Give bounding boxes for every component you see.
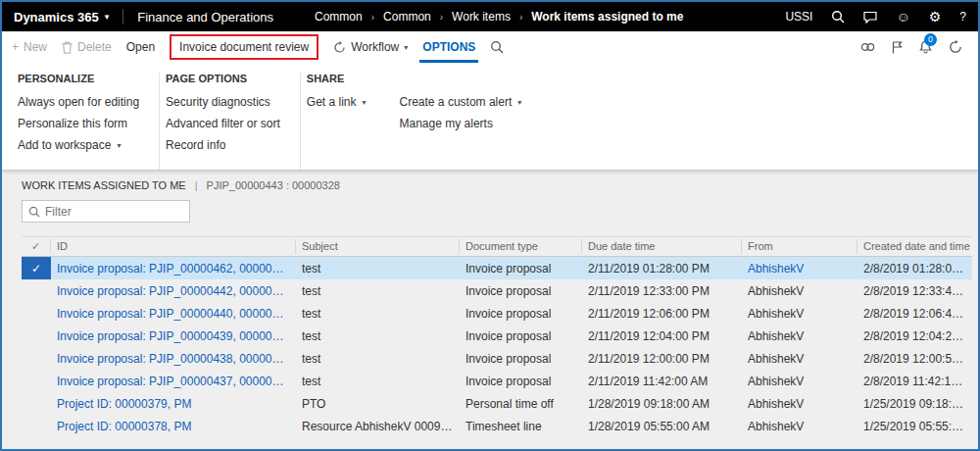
create-custom-alert-button[interactable]: Create a custom alert ▾	[400, 95, 522, 109]
dynamics-365-menu[interactable]: Dynamics 365 ▾	[14, 10, 109, 25]
column-header-id[interactable]: ID	[51, 239, 296, 254]
chevron-down-icon: ▾	[404, 43, 408, 52]
app-window: Dynamics 365 ▾ Finance and Operations Co…	[0, 0, 980, 451]
column-header-due-date[interactable]: Due date time	[582, 239, 742, 254]
row-checkbox[interactable]: ✓	[22, 302, 51, 325]
company-selector[interactable]: USSI	[785, 10, 812, 24]
record-identifier: PJIP_00000443 : 00000328	[207, 179, 340, 191]
row-checkbox[interactable]: ✓	[22, 279, 51, 302]
cell-subject: test	[296, 375, 460, 388]
security-diagnostics-button[interactable]: Security diagnostics	[166, 95, 280, 109]
table-row[interactable]: ✓ Invoice proposal: PJIP_00000440, 00000…	[22, 302, 972, 325]
settings-gear-icon[interactable]: ⚙	[929, 10, 942, 24]
message-icon[interactable]	[863, 11, 877, 24]
breadcrumb-item[interactable]: Common	[383, 10, 431, 24]
row-checkbox[interactable]: ✓	[22, 392, 51, 415]
page-content: WORK ITEMS ASSIGNED TO ME | PJIP_0000044…	[2, 171, 978, 449]
cell-due-date: 2/11/2019 11:42:00 AM	[582, 375, 742, 388]
breadcrumb: Common › Common › Work items › Work item…	[315, 10, 683, 24]
cell-document-type: Invoice proposal	[460, 307, 582, 321]
top-navigation-bar: Dynamics 365 ▾ Finance and Operations Co…	[2, 2, 978, 31]
row-checkbox[interactable]: ✓	[22, 325, 51, 347]
cell-from: AbhishekV	[742, 352, 858, 366]
cell-id-link[interactable]: Invoice proposal: PJIP_00000437, 0000032…	[51, 375, 296, 388]
new-button[interactable]: + New	[12, 40, 47, 54]
section-title: SHARE	[307, 73, 521, 84]
flag-icon[interactable]	[892, 41, 903, 54]
breadcrumb-item-current[interactable]: Work items assigned to me	[531, 10, 683, 24]
open-button[interactable]: Open	[126, 40, 155, 54]
advanced-filter-or-sort-button[interactable]: Advanced filter or sort	[166, 117, 280, 130]
cell-from: AbhishekV	[742, 284, 858, 298]
cell-id-link[interactable]: Project ID: 00000379, PM	[51, 397, 296, 411]
breadcrumb-item[interactable]: Common	[315, 10, 363, 24]
action-bar: + New Delete Open Invoice document revie…	[2, 31, 978, 63]
link-icon[interactable]	[860, 42, 875, 52]
column-header-document-type[interactable]: Document type	[460, 239, 582, 254]
table-row[interactable]: ✓ Invoice proposal: PJIP_00000439, 00000…	[22, 325, 972, 347]
personalize-this-form-button[interactable]: Personalize this form	[18, 117, 139, 130]
notifications-bell-icon[interactable]: 0	[919, 40, 932, 54]
row-checkbox[interactable]: ✓	[22, 347, 51, 370]
cell-from: AbhishekV	[742, 375, 858, 388]
cell-id-link[interactable]: Invoice proposal: PJIP_00000462, 0000032…	[51, 262, 296, 276]
cell-id-link[interactable]: Invoice proposal: PJIP_00000438, 0000032…	[51, 352, 296, 366]
filter-search-icon	[28, 206, 40, 218]
add-to-workspace-button[interactable]: Add to workspace ▾	[18, 138, 139, 152]
cell-document-type: Invoice proposal	[460, 352, 582, 366]
search-icon[interactable]	[831, 10, 845, 24]
cell-due-date: 2/11/2019 12:04:00 PM	[582, 329, 742, 343]
breadcrumb-item[interactable]: Work items	[452, 10, 511, 24]
row-checkbox[interactable]: ✓	[22, 415, 51, 437]
help-icon[interactable]: ?	[959, 10, 966, 24]
breadcrumb-separator-icon: ›	[371, 12, 374, 23]
chevron-down-icon: ▾	[517, 98, 521, 107]
cell-document-type: Invoice proposal	[460, 375, 582, 388]
cell-subject: PTO	[296, 397, 460, 411]
cell-id-link[interactable]: Invoice proposal: PJIP_00000442, 0000032…	[51, 284, 296, 298]
table-row[interactable]: ✓ Invoice proposal: PJIP_00000438, 00000…	[22, 347, 972, 370]
always-open-for-editing-button[interactable]: Always open for editing	[18, 95, 139, 109]
cell-subject: Resource AbhishekV 000963 uss...	[296, 420, 460, 433]
feedback-smiley-icon[interactable]: ☺	[896, 10, 909, 24]
cell-from: AbhishekV	[742, 307, 858, 321]
row-checkbox[interactable]: ✓	[22, 370, 51, 392]
cell-subject: test	[296, 329, 460, 343]
refresh-clock-icon[interactable]	[949, 40, 962, 54]
manage-my-alerts-button[interactable]: Manage my alerts	[400, 117, 522, 130]
section-title: PAGE OPTIONS	[166, 73, 280, 84]
app-name[interactable]: Finance and Operations	[137, 10, 273, 25]
trash-icon	[62, 41, 73, 54]
cell-subject: test	[296, 352, 460, 366]
table-row[interactable]: ✓ Project ID: 00000379, PM PTO Personal …	[22, 392, 972, 415]
column-header-from[interactable]: From	[742, 239, 858, 254]
action-bar-right: 0	[860, 40, 968, 54]
toolbar-search-icon[interactable]	[490, 40, 504, 54]
cell-id-link[interactable]: Invoice proposal: PJIP_00000440, 0000032…	[51, 307, 296, 321]
row-checkbox[interactable]: ✓	[22, 257, 51, 279]
get-a-link-button[interactable]: Get a link ▾	[307, 95, 367, 109]
tab-options[interactable]: OPTIONS	[422, 31, 475, 63]
cell-id-link[interactable]: Project ID: 00000378, PM	[51, 420, 296, 433]
record-info-button[interactable]: Record info	[166, 138, 280, 152]
filter-input[interactable]	[45, 205, 183, 219]
table-row[interactable]: ✓ Invoice proposal: PJIP_00000462, 00000…	[22, 257, 972, 279]
invoice-document-review-button[interactable]: Invoice document review	[179, 40, 309, 54]
section-page-options: PAGE OPTIONS Security diagnostics Advanc…	[160, 73, 301, 170]
page-caption: WORK ITEMS ASSIGNED TO ME | PJIP_0000044…	[2, 179, 978, 191]
table-row[interactable]: ✓ Project ID: 00000378, PM Resource Abhi…	[22, 415, 972, 437]
workflow-button[interactable]: Workflow ▾	[333, 40, 408, 54]
column-header-subject[interactable]: Subject	[296, 239, 460, 254]
select-all-checkmark[interactable]: ✓	[22, 239, 51, 254]
delete-button[interactable]: Delete	[62, 40, 112, 54]
grid-body: ✓ Invoice proposal: PJIP_00000462, 00000…	[22, 257, 972, 437]
section-share: SHARE Get a link ▾ Create a custom alert…	[301, 73, 541, 170]
section-title: PERSONALIZE	[18, 73, 139, 84]
column-header-created[interactable]: Created date and time↓	[858, 239, 972, 254]
topbar-actions: USSI ☺ ⚙ ?	[785, 10, 966, 24]
table-row[interactable]: ✓ Invoice proposal: PJIP_00000437, 00000…	[22, 370, 972, 392]
cell-id-link[interactable]: Invoice proposal: PJIP_00000439, 0000032…	[51, 329, 296, 343]
check-icon: ✓	[31, 262, 41, 276]
table-row[interactable]: ✓ Invoice proposal: PJIP_00000442, 00000…	[22, 279, 972, 302]
work-items-grid: ✓ ID Subject Document type Due date time…	[22, 236, 972, 437]
